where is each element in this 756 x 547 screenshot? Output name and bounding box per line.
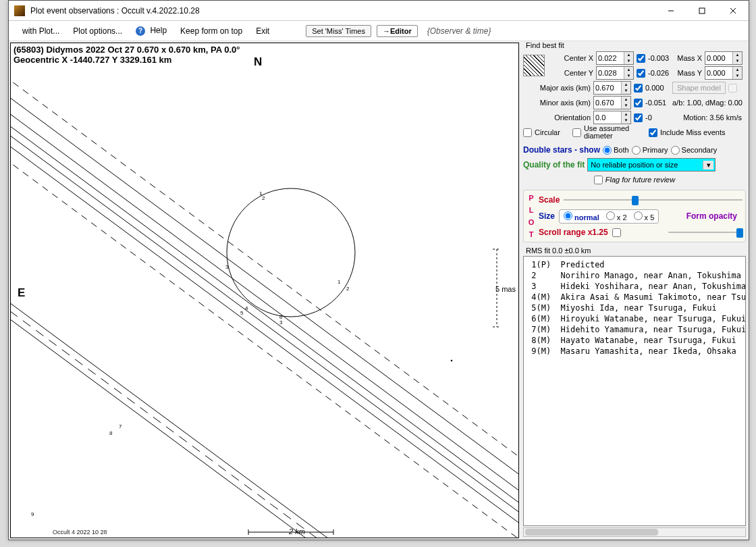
- shape-model-check: [728, 84, 737, 93]
- mass-y-spinner[interactable]: ▲▼: [705, 66, 742, 80]
- svg-line-7: [11, 95, 519, 524]
- svg-line-6: [11, 78, 519, 508]
- chevron-down-icon: ▾: [703, 161, 713, 170]
- titlebar: Plot event observations : Occult v.4.202…: [9, 1, 749, 21]
- radio-secondary[interactable]: Secondary: [671, 146, 718, 155]
- app-icon: [14, 5, 25, 16]
- observer-time-legend: {Observer & time}: [427, 26, 491, 36]
- orientation-delta: -0: [645, 113, 670, 122]
- menu-help[interactable]: ? Help: [129, 23, 173, 38]
- double-stars-label: Double stars - show: [523, 145, 600, 155]
- app-window: Plot event observations : Occult v.4.202…: [8, 0, 749, 540]
- flag-review-label: Flag for future review: [605, 176, 675, 184]
- minimize-button[interactable]: [655, 1, 686, 20]
- find-fit-button[interactable]: [523, 55, 545, 76]
- center-y-spinner[interactable]: ▲▼: [596, 66, 634, 80]
- svg-text:2: 2: [262, 195, 265, 201]
- opacity-slider[interactable]: [668, 227, 742, 238]
- menubar: with Plot... Plot options... ? Help Keep…: [9, 21, 749, 41]
- svg-text:4: 4: [245, 305, 248, 311]
- major-axis-label: Major axis (km): [523, 84, 591, 92]
- editor-button[interactable]: →Editor: [377, 25, 418, 37]
- svg-line-11: [11, 143, 519, 538]
- quality-label: Quality of the fit: [523, 160, 585, 170]
- svg-line-14: [11, 300, 519, 538]
- close-button[interactable]: [718, 1, 749, 20]
- center-y-delta: -0.026: [648, 69, 672, 77]
- quality-value: No reliable position or size: [591, 161, 678, 169]
- minor-axis-label: Minor axis (km): [523, 99, 591, 107]
- set-miss-times-button[interactable]: Set 'Miss' Times: [306, 25, 371, 37]
- svg-text:5: 5: [240, 310, 244, 316]
- major-axis-spinner[interactable]: ▲▼: [593, 81, 631, 95]
- major-axis-delta: 0.000: [645, 84, 670, 92]
- major-axis-check[interactable]: [634, 84, 643, 93]
- plot-size-label: Size: [539, 211, 555, 221]
- quality-dropdown[interactable]: No reliable position or size ▾: [587, 158, 716, 172]
- assumed-diameter-label: Use assumed diameter: [584, 125, 631, 140]
- ab-dmag-note: a/b: 1.00, dMag: 0.00: [672, 99, 742, 107]
- form-opacity-label: Form opacity: [686, 211, 737, 221]
- radio-both[interactable]: Both: [603, 146, 629, 155]
- menu-exit[interactable]: Exit: [249, 24, 276, 38]
- svg-text:3: 3: [279, 319, 283, 325]
- center-x-delta: -0.003: [648, 54, 672, 62]
- right-panel: Find best fit Center X ▲▼ -0.003 Mass X …: [520, 41, 749, 540]
- motion-label: Motion: 3.56 km/s: [683, 113, 742, 122]
- svg-text:3: 3: [225, 264, 229, 270]
- menu-keep-on-top[interactable]: Keep form on top: [173, 24, 249, 38]
- orientation-check[interactable]: [634, 113, 643, 122]
- center-y-label: Center Y: [550, 69, 593, 77]
- circular-check[interactable]: [523, 128, 532, 137]
- plot-options-box: P L O T Scale Size: [523, 190, 746, 242]
- minor-axis-delta: -0.051: [645, 99, 670, 107]
- svg-point-27: [451, 360, 453, 362]
- center-x-check[interactable]: [637, 54, 645, 63]
- plot-scale-label: Scale: [539, 195, 560, 205]
- rms-fit-label: RMS fit 0.0 ±0.0 km: [526, 246, 746, 255]
- maximize-button[interactable]: [686, 1, 718, 20]
- circular-label: Circular: [535, 128, 560, 136]
- center-y-check[interactable]: [637, 69, 645, 78]
- minor-axis-spinner[interactable]: ▲▼: [593, 96, 631, 109]
- svg-text:9: 9: [31, 511, 34, 517]
- svg-line-12: [11, 284, 519, 538]
- plot-scale-slider[interactable]: [564, 194, 742, 205]
- observer-list[interactable]: 1(P) Predicted 2 Norihiro Manago, near A…: [523, 256, 746, 526]
- size-normal[interactable]: normal: [564, 211, 599, 222]
- svg-rect-1: [699, 8, 705, 14]
- plot-svg: 1 2 3 1 2 4 5 6 3 7 8 9: [11, 43, 519, 538]
- svg-line-10: [11, 127, 519, 538]
- help-icon: ?: [136, 26, 145, 36]
- include-miss-check[interactable]: [649, 128, 657, 137]
- svg-point-4: [227, 188, 355, 317]
- svg-line-5: [11, 61, 519, 490]
- mass-x-label: Mass X: [675, 54, 702, 62]
- include-miss-label: Include Miss events: [660, 128, 726, 136]
- orientation-label: Orientation: [523, 113, 591, 122]
- menu-help-label: Help: [150, 26, 167, 35]
- scroll-range-label: Scroll range x1.25: [539, 228, 608, 237]
- plot-canvas[interactable]: (65803) Didymos 2022 Oct 27 0.670 x 0.67…: [10, 43, 519, 538]
- flag-review-check[interactable]: [594, 176, 603, 184]
- content-area: (65803) Didymos 2022 Oct 27 0.670 x 0.67…: [9, 41, 749, 540]
- window-title: Plot event observations : Occult v.4.202…: [30, 6, 655, 16]
- assumed-diameter-check[interactable]: [572, 128, 581, 137]
- size-x2[interactable]: x 2: [606, 211, 627, 222]
- center-x-spinner[interactable]: ▲▼: [596, 51, 634, 65]
- menu-with-plot[interactable]: with Plot...: [16, 24, 66, 38]
- svg-line-13: [11, 292, 519, 538]
- mass-x-spinner[interactable]: ▲▼: [705, 51, 742, 65]
- scroll-range-check[interactable]: [612, 228, 621, 237]
- minor-axis-check[interactable]: [634, 99, 643, 107]
- observer-list-hscroll[interactable]: [523, 527, 746, 537]
- menu-plot-options[interactable]: Plot options...: [66, 24, 129, 38]
- svg-text:8: 8: [109, 430, 113, 436]
- find-best-fit-label: Find best fit: [526, 41, 746, 49]
- orientation-spinner[interactable]: ▲▼: [593, 111, 631, 124]
- center-x-label: Center X: [550, 54, 593, 62]
- shape-model-button[interactable]: Shape model: [672, 82, 726, 94]
- size-x5[interactable]: x 5: [634, 211, 655, 222]
- radio-primary[interactable]: Primary: [632, 146, 668, 155]
- svg-text:7: 7: [119, 423, 122, 429]
